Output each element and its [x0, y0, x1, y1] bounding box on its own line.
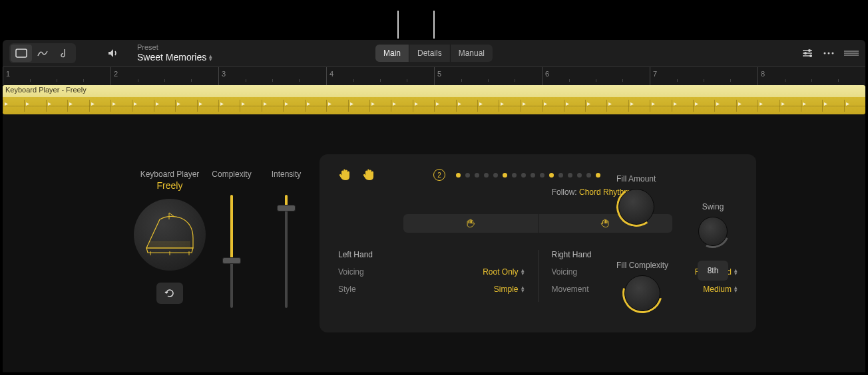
preset-label: Preset	[137, 43, 212, 52]
callout-indicators	[0, 0, 868, 40]
svg-point-6	[832, 53, 834, 55]
hand-icon[interactable]	[338, 168, 351, 182]
complexity-thumb[interactable]	[222, 257, 241, 264]
editor-toolbar: Preset Sweet Memories ▴▾ Main Details Ma…	[3, 40, 865, 66]
left-voicing[interactable]: Voicing Root Only▴▾	[338, 267, 525, 277]
pattern-dots[interactable]	[456, 173, 600, 178]
region-view-button[interactable]	[11, 45, 32, 62]
intensity-thumb[interactable]	[277, 205, 296, 211]
settings-icon[interactable]	[801, 48, 813, 59]
svg-point-4	[824, 53, 826, 55]
player-info: Keyboard Player Freely	[116, 170, 223, 304]
regenerate-button[interactable]	[156, 283, 183, 304]
toolbar-right	[801, 48, 859, 59]
player-style-name[interactable]: Freely	[116, 180, 223, 191]
score-view-button[interactable]	[53, 45, 75, 62]
performance-panel: 2 Follow: Chord Rhythm Left Hand Voicing…	[320, 154, 756, 332]
preview-audio-button[interactable]	[103, 45, 124, 62]
pattern-row: 2	[338, 168, 738, 182]
left-style[interactable]: Style Simple▴▾	[338, 285, 525, 294]
svg-point-5	[828, 53, 830, 55]
preset-name: Sweet Memories ▴▾	[137, 52, 212, 63]
updown-icon: ▴▾	[734, 286, 738, 293]
intensity-slider[interactable]: Intensity	[266, 170, 306, 308]
swing-note-value[interactable]: 8th	[698, 261, 728, 281]
fill-amount-knob[interactable]	[618, 189, 654, 225]
tab-manual[interactable]: Manual	[451, 45, 493, 62]
updown-icon: ▴▾	[209, 55, 212, 61]
editor-tabs: Main Details Manual	[375, 45, 493, 62]
updown-icon: ▴▾	[521, 269, 525, 275]
player-type-label: Keyboard Player	[116, 170, 223, 179]
hands-parameters: Left Hand Voicing Root Only▴▾ Style Simp…	[338, 250, 738, 302]
svg-point-3	[809, 55, 812, 57]
left-hand-block: Left Hand Voicing Root Only▴▾ Style Simp…	[338, 250, 538, 302]
complexity-slider[interactable]: Complexity	[212, 170, 252, 308]
updown-icon: ▴▾	[734, 269, 738, 275]
fill-complexity-knob-group: Fill Complexity	[616, 261, 668, 311]
svg-point-2	[804, 52, 807, 55]
complexity-track[interactable]	[230, 195, 233, 308]
svg-rect-0	[16, 49, 27, 57]
automation-view-button[interactable]	[32, 45, 53, 62]
hand-icon[interactable]	[362, 168, 375, 182]
midi-region-content[interactable]	[3, 97, 865, 114]
more-icon[interactable]	[823, 51, 835, 55]
tab-details[interactable]: Details	[409, 45, 451, 62]
timeline-ruler[interactable]: 1 2 3 4 5 6 7 8	[3, 66, 865, 85]
follow-setting[interactable]: Follow: Chord Rhythm	[445, 188, 738, 197]
fill-amount-knob-group: Fill Amount	[616, 174, 656, 225]
updown-icon: ▴▾	[521, 286, 525, 293]
left-hand-toggle[interactable]	[403, 214, 539, 233]
svg-point-1	[808, 49, 811, 52]
drag-handle-icon[interactable]	[844, 50, 859, 57]
swing-knob-group: Swing 8th	[698, 202, 728, 281]
midi-region[interactable]: Keyboard Player - Freely	[3, 85, 865, 97]
preset-selector[interactable]: Preset Sweet Memories ▴▾	[137, 43, 212, 63]
view-mode-group	[9, 43, 76, 63]
instrument-avatar[interactable]	[134, 199, 206, 271]
intensity-track[interactable]	[285, 195, 288, 308]
pattern-number[interactable]: 2	[433, 169, 445, 181]
swing-knob[interactable]	[698, 217, 728, 246]
fill-complexity-knob[interactable]	[624, 275, 660, 311]
tab-main[interactable]: Main	[375, 45, 409, 62]
